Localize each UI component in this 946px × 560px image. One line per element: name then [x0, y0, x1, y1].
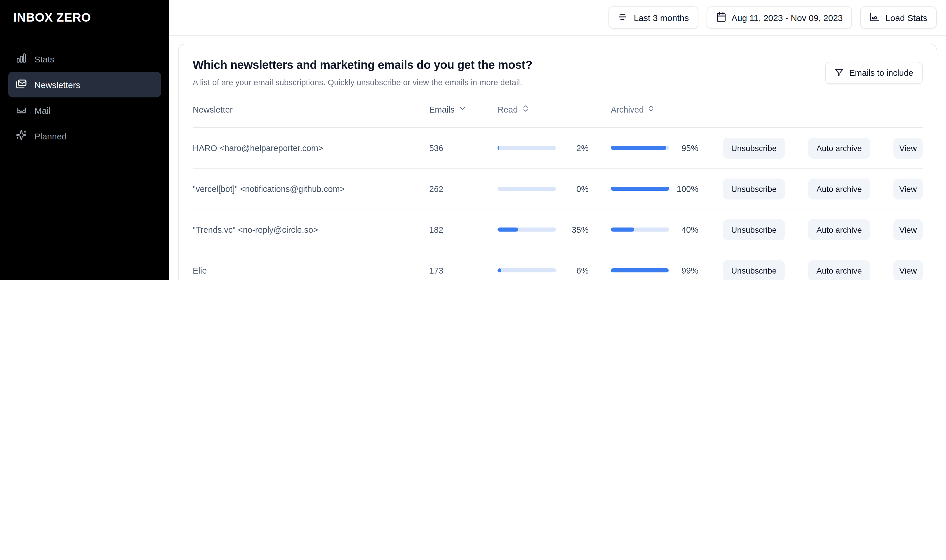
column-header-archived[interactable]: Archived — [611, 105, 669, 114]
sidebar-item-stats[interactable]: Stats — [8, 46, 161, 72]
table-header: Newsletter Emails Read — [193, 92, 923, 128]
view-button[interactable]: View — [894, 178, 923, 199]
read-percent: 2% — [556, 143, 589, 152]
auto-archive-button[interactable]: Auto archive — [808, 219, 870, 240]
archived-percent: 99% — [669, 266, 698, 275]
sidebar-nav: Stats Newsletters Mail Planned — [8, 46, 161, 149]
archived-progress-bar — [611, 146, 669, 150]
column-header-emails[interactable]: Emails — [429, 105, 497, 114]
read-progress-fill — [497, 146, 499, 150]
sidebar-item-mail[interactable]: Mail — [8, 97, 161, 123]
newsletter-name: Elie — [193, 266, 429, 275]
unsubscribe-button[interactable]: Unsubscribe — [723, 219, 785, 240]
table-body: HARO <haro@helpareporter.com> 536 2% 95%… — [193, 128, 923, 280]
funnel-icon — [835, 68, 844, 78]
read-percent: 6% — [556, 266, 589, 275]
top-bar: Last 3 months Aug 11, 2023 - Nov 09, 202… — [169, 0, 946, 35]
page-subtitle: A list of are your email subscriptions. … — [193, 78, 532, 87]
app-root: INBOX ZERO Stats Newsletters Mail — [0, 0, 946, 280]
column-header-newsletter: Newsletter — [193, 105, 429, 114]
table-row: Elie 173 6% 99% Unsubscribe Auto archive… — [193, 250, 923, 280]
mails-icon — [16, 78, 27, 91]
sidebar: INBOX ZERO Stats Newsletters Mail — [0, 0, 169, 280]
chevrons-up-down-icon — [521, 105, 529, 114]
emails-count: 536 — [429, 143, 497, 152]
emails-count: 182 — [429, 225, 497, 234]
read-progress-fill — [497, 228, 518, 232]
period-select-button[interactable]: Last 3 months — [609, 6, 698, 29]
content-area: Which newsletters and marketing emails d… — [169, 35, 946, 280]
read-progress-fill — [497, 268, 501, 272]
sidebar-item-label: Mail — [34, 105, 51, 115]
archived-progress-bar — [611, 228, 669, 232]
app-logo: INBOX ZERO — [8, 0, 161, 25]
unsubscribe-button[interactable]: Unsubscribe — [723, 178, 785, 199]
archived-progress-fill — [611, 228, 634, 232]
filter-lines-icon — [618, 11, 629, 24]
newsletter-name: HARO <haro@helpareporter.com> — [193, 143, 429, 152]
date-range-button[interactable]: Aug 11, 2023 - Nov 09, 2023 — [706, 6, 852, 29]
newsletters-card: Which newsletters and marketing emails d… — [178, 44, 937, 280]
load-stats-button[interactable]: Load Stats — [860, 6, 937, 29]
sidebar-item-label: Stats — [34, 54, 54, 64]
emails-count: 262 — [429, 184, 497, 193]
archived-progress-fill — [611, 187, 669, 191]
inbox-icon — [16, 104, 27, 117]
newsletter-name: "vercel[bot]" <notifications@github.com> — [193, 184, 429, 193]
archived-progress-bar — [611, 268, 669, 272]
column-header-read[interactable]: Read — [497, 105, 556, 114]
sidebar-item-label: Newsletters — [34, 80, 80, 89]
table-row: "vercel[bot]" <notifications@github.com>… — [193, 169, 923, 209]
read-percent: 0% — [556, 184, 589, 193]
auto-archive-button[interactable]: Auto archive — [808, 178, 870, 199]
emails-to-include-button[interactable]: Emails to include — [826, 62, 923, 84]
page-title: Which newsletters and marketing emails d… — [193, 58, 532, 72]
newsletter-name: "Trends.vc" <no-reply@circle.so> — [193, 225, 429, 234]
read-progress-bar — [497, 268, 556, 272]
sidebar-item-planned[interactable]: Planned — [8, 123, 161, 149]
read-progress-bar — [497, 146, 556, 150]
table-row: HARO <haro@helpareporter.com> 536 2% 95%… — [193, 128, 923, 169]
line-chart-icon — [870, 11, 880, 24]
archived-percent: 100% — [669, 184, 698, 193]
unsubscribe-button[interactable]: Unsubscribe — [723, 137, 785, 158]
chevron-down-icon — [458, 105, 466, 114]
read-progress-bar — [497, 228, 556, 232]
auto-archive-button[interactable]: Auto archive — [808, 137, 870, 158]
archived-progress-fill — [611, 268, 669, 272]
view-button[interactable]: View — [894, 219, 923, 240]
bar-chart-icon — [16, 52, 27, 65]
archived-progress-bar — [611, 187, 669, 191]
sidebar-item-label: Planned — [34, 131, 66, 141]
view-button[interactable]: View — [894, 137, 923, 158]
unsubscribe-button[interactable]: Unsubscribe — [723, 260, 785, 280]
archived-percent: 95% — [669, 143, 698, 152]
emails-count: 173 — [429, 266, 497, 275]
main-area: Last 3 months Aug 11, 2023 - Nov 09, 202… — [169, 0, 946, 280]
sparkles-icon — [16, 129, 27, 142]
auto-archive-button[interactable]: Auto archive — [808, 260, 870, 280]
view-button[interactable]: View — [894, 260, 923, 280]
chevrons-up-down-icon — [647, 105, 656, 114]
calendar-icon — [716, 11, 726, 24]
archived-progress-fill — [611, 146, 666, 150]
read-percent: 35% — [556, 225, 589, 234]
read-progress-bar — [497, 187, 556, 191]
table-row: "Trends.vc" <no-reply@circle.so> 182 35%… — [193, 209, 923, 250]
archived-percent: 40% — [669, 225, 698, 234]
sidebar-item-newsletters[interactable]: Newsletters — [8, 72, 161, 97]
